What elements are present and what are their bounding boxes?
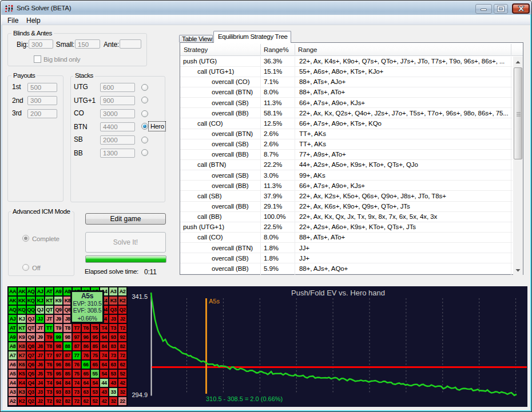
- svg-text:310.5 - 308.5 = 2.0 (0.66%): 310.5 - 308.5 = 2.0 (0.66%): [206, 395, 283, 402]
- svg-text:Push/Fold EV vs. Hero hand: Push/Fold EV vs. Hero hand: [291, 289, 385, 297]
- svg-text:A5s: A5s: [209, 298, 220, 305]
